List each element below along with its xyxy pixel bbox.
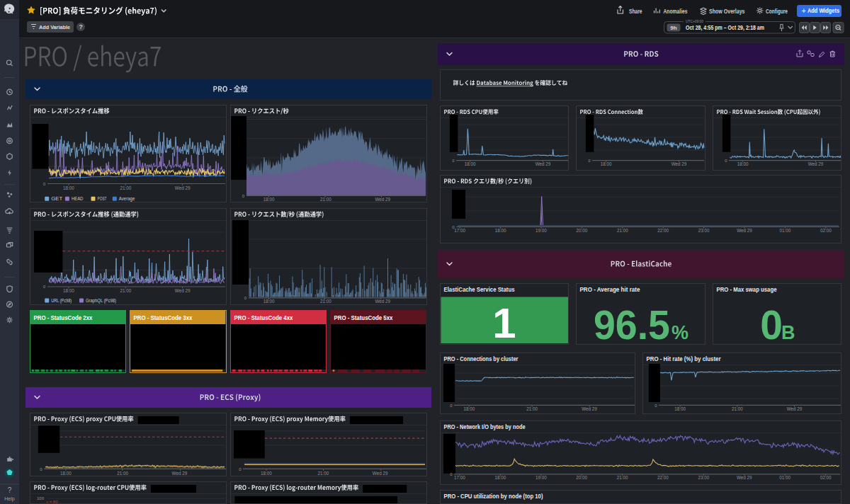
svg-text:PRO - Hit rate (%) by cluster: PRO - Hit rate (%) by cluster (647, 355, 722, 362)
svg-text:PRO - StatusCode 4xx: PRO - StatusCode 4xx (234, 314, 293, 321)
svg-text:PRO - Network I/O bytes by nod: PRO - Network I/O bytes by node (444, 423, 526, 430)
svg-text:0: 0 (40, 467, 42, 471)
svg-text:18:00: 18:00 (495, 228, 506, 233)
svg-text:Wed 29: Wed 29 (737, 475, 752, 480)
svg-text:Wed 29: Wed 29 (372, 471, 387, 476)
svg-text:20:00: 20:00 (577, 228, 588, 233)
svg-text:B: B (781, 322, 795, 343)
svg-text:0: 0 (43, 182, 46, 186)
svg-text:18:00: 18:00 (63, 185, 74, 190)
svg-text:Wed 29: Wed 29 (175, 288, 191, 293)
svg-text:02:00: 02:00 (820, 228, 832, 233)
svg-text:y = 80: y = 80 (46, 500, 58, 504)
svg-text:PRO - Average hit rate: PRO - Average hit rate (580, 286, 640, 293)
svg-text:23:00: 23:00 (698, 475, 710, 480)
svg-text:Wed 29: Wed 29 (787, 406, 803, 411)
svg-text:18:00: 18:00 (263, 197, 274, 202)
svg-text:0: 0 (244, 296, 246, 300)
svg-text:21:00: 21:00 (320, 299, 332, 304)
svg-text:22:00: 22:00 (657, 475, 669, 480)
svg-text:18:00: 18:00 (601, 161, 612, 166)
svg-text:0: 0 (760, 302, 783, 344)
svg-text:21:00: 21:00 (732, 406, 743, 411)
svg-text:0: 0 (725, 159, 727, 163)
svg-text:Wed 29: Wed 29 (375, 299, 390, 304)
svg-text:01:00: 01:00 (780, 228, 791, 233)
svg-text:18:00: 18:00 (465, 161, 476, 166)
svg-text:17:00: 17:00 (454, 228, 465, 233)
svg-text:GET: GET (51, 196, 63, 201)
svg-text:18:00: 18:00 (60, 471, 72, 476)
svg-text:21:00: 21:00 (317, 471, 329, 476)
svg-text:Wed 29: Wed 29 (172, 471, 188, 476)
svg-text:Wed 29: Wed 29 (175, 185, 191, 190)
svg-text:18:00: 18:00 (495, 475, 506, 480)
svg-text:18:00: 18:00 (674, 406, 686, 411)
svg-text:Wed 29: Wed 29 (536, 161, 551, 166)
svg-text:Wed 29: Wed 29 (375, 197, 390, 202)
svg-text:0: 0 (450, 403, 453, 408)
svg-text:Wed 29: Wed 29 (672, 161, 687, 166)
svg-text:1: 1 (492, 299, 516, 344)
svg-text:0: 0 (452, 159, 455, 163)
svg-text:18:00: 18:00 (737, 161, 749, 166)
svg-text:PRO - Connections by cluster: PRO - Connections by cluster (444, 355, 519, 362)
svg-text:ElastiCache Service Status: ElastiCache Service Status (443, 286, 514, 293)
svg-text:0: 0 (239, 467, 242, 471)
svg-text:Wed 29: Wed 29 (808, 161, 823, 166)
svg-text:23:00: 23:00 (698, 228, 710, 233)
svg-text:20:00: 20:00 (576, 475, 587, 480)
svg-text:18:00: 18:00 (261, 471, 272, 476)
svg-text:100: 100 (37, 496, 45, 500)
svg-text:POST: POST (98, 196, 107, 201)
svg-text:21:00: 21:00 (617, 475, 628, 480)
svg-text:%: % (672, 322, 688, 343)
svg-text:Average: Average (119, 196, 135, 202)
svg-text:Wed 29: Wed 29 (737, 228, 752, 233)
svg-text:96.5: 96.5 (594, 302, 670, 344)
svg-text:0: 0 (654, 403, 657, 408)
svg-text:22:00: 22:00 (657, 228, 669, 233)
svg-text:21:00: 21:00 (120, 185, 131, 190)
svg-text:0: 0 (242, 194, 244, 198)
svg-text:21:00: 21:00 (526, 406, 538, 411)
svg-text:PRO - StatusCode 3xx: PRO - StatusCode 3xx (134, 314, 193, 321)
svg-text:21:00: 21:00 (117, 471, 128, 476)
svg-text:Wed 29: Wed 29 (582, 406, 597, 411)
svg-text:PRO - StatusCode 5xx: PRO - StatusCode 5xx (334, 314, 392, 321)
svg-text:18:00: 18:00 (463, 406, 475, 411)
svg-text:21:00: 21:00 (617, 228, 628, 233)
svg-text:19:00: 19:00 (536, 475, 547, 480)
svg-text:18:00: 18:00 (263, 299, 274, 304)
svg-text:HEAD: HEAD (72, 196, 84, 201)
svg-text:GraphQL (Pc98): GraphQL (Pc98) (86, 298, 116, 304)
svg-text:21:00: 21:00 (120, 288, 131, 293)
svg-text:0: 0 (43, 285, 46, 289)
svg-text:PRO - StatusCode 2xx: PRO - StatusCode 2xx (33, 314, 92, 321)
svg-text:URL (Pc98): URL (Pc98) (51, 298, 72, 304)
svg-text:PRO - CPU utilization by node: PRO - CPU utilization by node (top 10) (444, 493, 543, 500)
svg-text:17:00: 17:00 (454, 475, 465, 480)
svg-text:01:00: 01:00 (779, 475, 790, 480)
svg-text:02:00: 02:00 (820, 475, 832, 480)
svg-text:18:00: 18:00 (63, 288, 74, 293)
svg-text:21:00: 21:00 (320, 197, 332, 202)
svg-text:PRO - Max swap usage: PRO - Max swap usage (716, 286, 776, 293)
svg-text:19:00: 19:00 (536, 228, 547, 233)
svg-text:0: 0 (588, 159, 591, 163)
